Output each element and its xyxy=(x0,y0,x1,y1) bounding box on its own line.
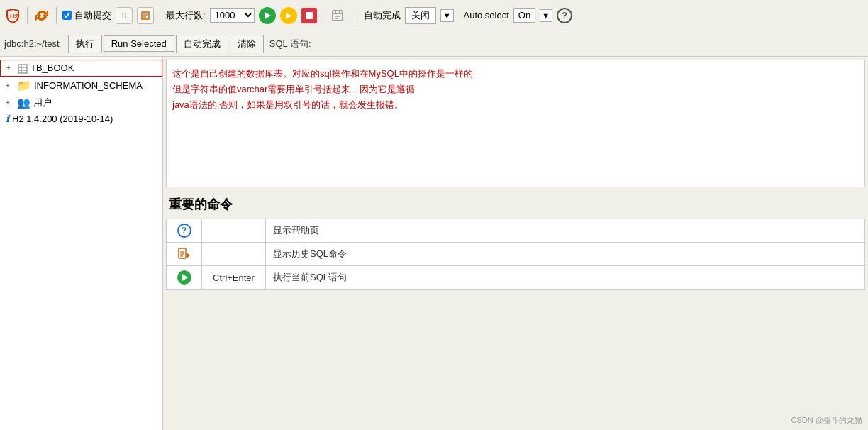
sidebar-item-h2-version: ℹ H2 1.4.200 (2019-10-14) xyxy=(0,111,162,126)
svg-text:H2: H2 xyxy=(10,13,18,20)
auto-complete-toolbar-label: 自动完成 xyxy=(364,9,401,22)
expand-icon2: + xyxy=(6,82,14,89)
toolbar: H2 自动提交 0 最大行数: 1000 100 500 10000 xyxy=(0,0,868,31)
connection-label: jdbc:h2:~/test xyxy=(4,38,60,49)
svg-rect-15 xyxy=(179,248,186,258)
editor-line1: 这个是自己创建的数据库表。对应的sql操作和在MySQL中的操作是一样的 xyxy=(172,66,859,82)
commands-table: ? 显示帮助页 xyxy=(166,219,865,290)
sep4 xyxy=(323,7,323,24)
auto-submit-group: 自动提交 xyxy=(62,9,111,22)
sidebar-item-tb-book[interactable]: + TB_BOOK xyxy=(0,60,162,77)
expand-icon: + xyxy=(6,64,15,72)
sep5 xyxy=(352,7,352,24)
clear-button[interactable]: 清除 xyxy=(230,35,264,53)
run-selected-icon[interactable]: ▶ xyxy=(280,7,297,24)
table-row: Ctrl+Enter 执行当前SQL语句 xyxy=(167,266,865,290)
run-selected-button[interactable]: Run Selected xyxy=(104,35,174,52)
max-rows-label: 最大行数: xyxy=(166,9,206,22)
cmd-desc-cell-execute: 执行当前SQL语句 xyxy=(266,266,865,290)
history-icon[interactable] xyxy=(329,7,346,24)
logo-icon[interactable]: H2 xyxy=(4,7,21,24)
svg-rect-11 xyxy=(18,65,27,73)
cmd-desc-cell-history: 显示历史SQL命令 xyxy=(266,243,865,266)
auto-submit-checkbox[interactable] xyxy=(62,11,72,20)
execute-cmd-icon xyxy=(177,270,191,285)
close-dropdown-icon[interactable]: ▼ xyxy=(440,9,454,22)
table-icon xyxy=(18,62,28,74)
info-icon: ℹ xyxy=(6,114,9,124)
cmd-icon-cell-execute xyxy=(167,266,202,290)
sidebar-item-users[interactable]: + 👥 用户 xyxy=(0,94,162,111)
auto-complete-button[interactable]: 自动完成 xyxy=(176,35,228,53)
editor-line3: java语法的,否则，如果是用双引号的话，就会发生报错。 xyxy=(172,97,859,113)
auto-submit-label: 自动提交 xyxy=(74,9,111,22)
sidebar-tb-book-label: TB_BOOK xyxy=(30,62,74,73)
sep3 xyxy=(160,7,160,24)
editor-line2: 但是字符串的值varchar需要用单引号括起来，因为它是遵循 xyxy=(172,82,859,97)
sidebar-item-information-schema[interactable]: + 📁 INFORMATION_SCHEMA xyxy=(0,77,162,94)
badge-1-icon[interactable] xyxy=(137,7,154,24)
sidebar: + TB_BOOK + 📁 INFORMATION_SCHEMA + 👥 用户 xyxy=(0,57,163,430)
execute-button[interactable]: 执行 xyxy=(68,35,102,53)
watermark: CSDN @奋斗的龙猫 xyxy=(791,415,862,426)
on-dropdown-icon[interactable]: ▼ xyxy=(540,9,552,22)
cmd-key-cell-help xyxy=(202,219,266,243)
folder-icon: 📁 xyxy=(17,79,31,92)
sep1 xyxy=(27,7,28,24)
run-button[interactable] xyxy=(259,7,276,24)
sidebar-information-schema-label: INFORMATION_SCHEMA xyxy=(34,80,143,91)
expand-icon3: + xyxy=(6,99,14,106)
cmd-icon-cell-history xyxy=(167,243,202,266)
svg-rect-5 xyxy=(333,11,343,21)
second-bar: jdbc:h2:~/test 执行 Run Selected 自动完成 清除 S… xyxy=(0,31,868,57)
refresh-icon[interactable] xyxy=(33,7,50,24)
help-circle-icon: ? xyxy=(177,224,191,238)
on-value-label[interactable]: On xyxy=(513,8,535,23)
cmd-key-cell-execute: Ctrl+Enter xyxy=(202,266,266,290)
users-icon: 👥 xyxy=(17,97,30,109)
table-row: ? 显示帮助页 xyxy=(167,219,865,243)
table-row: 显示历史SQL命令 xyxy=(167,243,865,266)
max-rows-select[interactable]: 1000 100 500 10000 xyxy=(210,8,255,23)
auto-select-label: Auto select xyxy=(464,10,509,21)
commands-title: 重要的命令 xyxy=(166,196,865,213)
cmd-key-cell-history xyxy=(202,243,266,266)
help-button[interactable]: ? xyxy=(557,8,572,23)
sep2 xyxy=(56,7,57,24)
close-button[interactable]: 关闭 xyxy=(405,7,436,24)
sql-editor[interactable]: 这个是自己创建的数据库表。对应的sql操作和在MySQL中的操作是一样的 但是字… xyxy=(166,60,865,187)
sidebar-users-label: 用户 xyxy=(33,97,52,109)
cmd-desc-cell-help: 显示帮助页 xyxy=(266,219,865,243)
badge-0-icon[interactable]: 0 xyxy=(116,7,133,24)
content-area: 这个是自己创建的数据库表。对应的sql操作和在MySQL中的操作是一样的 但是字… xyxy=(163,57,868,430)
sidebar-h2-version-label: H2 1.4.200 (2019-10-14) xyxy=(12,114,113,124)
stop-button[interactable] xyxy=(301,8,317,23)
sql-label: SQL 语句: xyxy=(269,38,311,50)
history-cmd-icon xyxy=(177,248,191,258)
cmd-icon-cell-help: ? xyxy=(167,219,202,243)
main-area: + TB_BOOK + 📁 INFORMATION_SCHEMA + 👥 用户 xyxy=(0,57,868,430)
commands-section: 重要的命令 ? 显示帮助页 xyxy=(166,196,865,290)
